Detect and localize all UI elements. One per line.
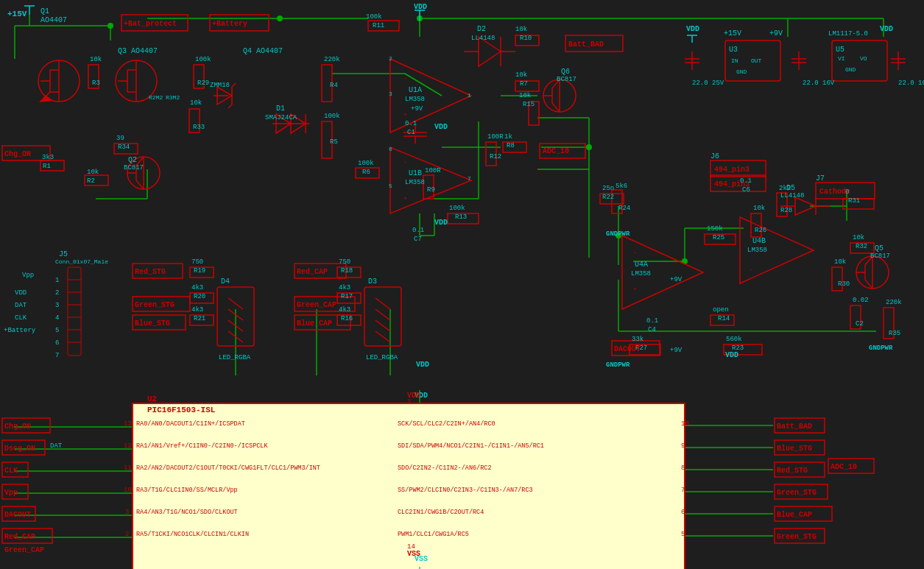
pic-pnum3: 3 [125, 509, 129, 516]
label-clk-l: CLK [4, 467, 18, 475]
gndpwr-label3: GNDPWR [606, 230, 630, 238]
pic-pnumRC2: 8 [681, 464, 685, 472]
schematic-canvas: - + - + - + + - [0, 0, 924, 569]
label-r8-val: 1k [504, 133, 512, 141]
label-dacout-l: DACOUT [4, 511, 31, 519]
label-r2m2: R2M2 [149, 94, 163, 101]
label-u5-part: LM1117-5.0 [828, 30, 868, 38]
label-r15-val: 10k [519, 92, 531, 99]
label-r32-val: 10k [853, 234, 864, 241]
label-u4b-part: LM358 [747, 247, 767, 254]
label-r24-ref: R24 [618, 205, 630, 212]
label-red-cap-l: Red_CAP [4, 533, 35, 541]
label-r12-ref: R12 [490, 153, 501, 160]
label-red-cap: Red_CAP [297, 268, 328, 276]
label-r30-val: 10k [834, 258, 846, 266]
label-u1b: U1B [409, 169, 422, 177]
pic-pin3-label: RA4/AN3/T1G/NCO1/SDO/CLKOUT [136, 509, 238, 516]
label-green-stg-r: Green_STG [777, 489, 817, 497]
gndpwr-label2: GNDPWR [869, 344, 893, 352]
label-r3m2: R3M2 [166, 94, 180, 101]
label-r18-val: 750 [339, 258, 350, 266]
label-r5-ref: R5 [330, 138, 338, 146]
label-dacout: DACOUT [614, 345, 641, 353]
label-u5: U5 [836, 46, 844, 54]
label-r5-val: 100k [324, 113, 340, 120]
j5-clk: CLK [15, 314, 27, 322]
label-u5-vi: VI [838, 55, 845, 62]
label-r20-val: 4k3 [191, 284, 203, 291]
label-c4: 0.1 [646, 317, 658, 325]
label-q2-part: BC817 [124, 164, 144, 172]
label-r19-ref: R19 [194, 267, 205, 275]
label-r25-ref: R25 [713, 234, 724, 241]
label-r6-ref: R6 [362, 169, 370, 176]
pic-pnumRC1: 9 [681, 442, 685, 450]
label-r6-val: 100k [358, 160, 374, 167]
label-r11-val: 100k [366, 13, 382, 21]
label-r30-ref: R30 [838, 280, 850, 288]
pic-pinRC4-label: CLC2IN1/CWG1B/C2OUT/RC4 [398, 509, 484, 516]
label-r4-val: 220k [324, 56, 340, 63]
label-d1: D1 [276, 105, 285, 113]
label-q2: Q2 [128, 156, 137, 164]
label-r13-ref: R13 [455, 213, 467, 221]
label-c6-ref: C6 [742, 186, 750, 194]
label-d5-part: LL4148 [780, 192, 804, 199]
vdd-label-top: VDD [414, 3, 427, 11]
label-q4: Q4 AO4407 [243, 47, 283, 55]
pic-pnumRC5: 5 [681, 531, 685, 538]
pic-pnumRC3: 7 [681, 487, 685, 494]
label-r10-ref: R10 [520, 35, 532, 42]
label-adc10: ADC_10 [543, 147, 569, 155]
svg-text:-: - [403, 74, 407, 81]
j5-pin5: 5 [55, 327, 59, 334]
pic-pinRC3-label: SS/PWM2/CLCIN0/C2IN3-/C1IN3-/AN7/RC3 [398, 487, 533, 494]
label-q1: Q1 [40, 7, 49, 15]
label-r21-val: 4k3 [191, 306, 203, 314]
label-c2-val: 0.02 [853, 297, 869, 304]
j5-vdd: VDD [15, 289, 27, 297]
label-d2-part: LL4148 [471, 35, 495, 42]
label-green-cap-l: Green_CAP [4, 546, 44, 554]
label-green-cap: Green_CAP [297, 301, 336, 309]
label-d3: D3 [368, 278, 377, 286]
label-r4-ref: R4 [330, 82, 338, 89]
label-u2-part: PIC16F1503-ISL [147, 406, 216, 414]
vdd-right1: VDD [725, 351, 738, 359]
svg-point-55 [277, 15, 283, 21]
u1b-pin6: 6 [389, 146, 392, 152]
label-r17-val: 4k3 [339, 284, 350, 291]
label-u1a-part: LM358 [405, 96, 425, 103]
pic-pnum10: 10 [124, 487, 132, 494]
pic-pinRC0-label: SCK/SCL/CLC2/C2IN+/AN4/RC0 [398, 420, 495, 428]
pic-pnum2: 2 [125, 531, 129, 538]
label-15v-u3: +15V [724, 29, 741, 38]
label-bat-protect: +Bat_protect [124, 20, 177, 28]
label-r26-ref: R26 [755, 227, 766, 234]
vdd-bot1: VDD [434, 219, 448, 227]
label-q6-part: BC817 [557, 76, 576, 83]
label-r16-val: 4k3 [339, 306, 350, 314]
label-led-rgba-1: LED_RGBA [219, 354, 251, 361]
pic-vdd-pin: 1 [407, 398, 411, 406]
label-u5-vo: VO [860, 55, 867, 62]
label-r26-val: 10k [753, 205, 765, 212]
label-q6: Q6 [561, 68, 570, 76]
label-r11-ref: R11 [373, 22, 384, 29]
svg-text:+: + [633, 286, 637, 292]
label-u3-out: OUT [751, 57, 762, 64]
label-r29-val: 100k [195, 56, 211, 63]
label-u1b-part: LM358 [405, 179, 425, 186]
label-u5-gnd: GND [845, 66, 856, 73]
label-r23-ref: R23 [732, 344, 744, 352]
u1b-out: 7 [468, 175, 471, 182]
label-r7-ref: R7 [520, 80, 528, 88]
pic-pnum12: 12 [124, 442, 132, 450]
pic-vss-label: VSS [407, 550, 420, 558]
label-u2: U2 [147, 395, 157, 403]
j5-pin6: 6 [55, 339, 59, 347]
label-r8-ref: R8 [507, 142, 515, 149]
svg-point-57 [586, 144, 592, 150]
pic-pnumRC0: 10 [681, 420, 689, 428]
